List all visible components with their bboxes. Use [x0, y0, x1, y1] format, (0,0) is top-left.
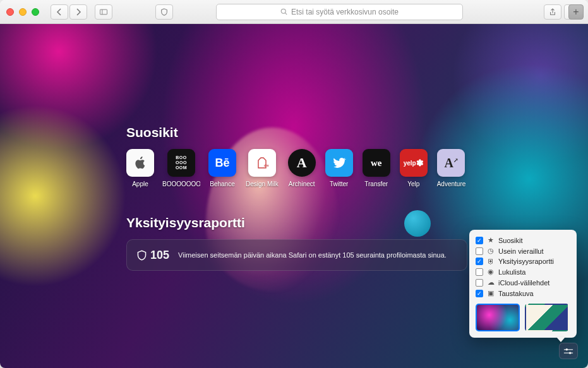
nav-buttons: [51, 4, 87, 20]
image-icon: ▣: [487, 289, 495, 297]
svg-line-3: [285, 13, 287, 15]
option-privacy-report[interactable]: ✓ ⛨ Yksityisyysraportti: [476, 256, 570, 266]
svg-point-8: [566, 348, 568, 351]
option-label: Suosikit: [498, 237, 523, 244]
option-favorites[interactable]: ✓ ★ Suosikit: [476, 235, 570, 246]
privacy-report-button[interactable]: [155, 4, 173, 20]
favorite-label: Archinect: [289, 181, 315, 187]
checkbox-icon[interactable]: ✓: [476, 258, 483, 265]
checkbox-icon[interactable]: [476, 279, 483, 287]
favorites-heading: Suosikit: [126, 125, 462, 140]
search-icon: [280, 8, 287, 15]
favorite-label: Twitter: [330, 181, 348, 187]
favorite-label: Adventure: [437, 181, 466, 187]
star-icon: ★: [487, 236, 495, 244]
twitter-icon: [325, 149, 353, 177]
sliders-icon: [563, 348, 573, 355]
glasses-icon: ◉: [487, 268, 495, 276]
yelp-icon: yelp✽: [400, 149, 428, 177]
behance-icon: Bē: [208, 149, 236, 177]
svg-point-10: [569, 352, 572, 354]
favorites-row: Apple BOOOOOOOM BOOOOOOOM Bē Behance dm …: [126, 149, 462, 187]
forward-button[interactable]: [69, 4, 87, 20]
customize-panel: ✓ ★ Suosikit ◷ Usein vieraillut ✓ ⛨ Yksi…: [469, 230, 577, 338]
new-tab-button[interactable]: +: [568, 4, 584, 20]
svg-text:dm: dm: [264, 163, 269, 167]
share-button[interactable]: [544, 4, 561, 20]
minimize-window-button[interactable]: [19, 8, 27, 16]
background-thumb-2[interactable]: [525, 304, 569, 331]
traffic-lights: [6, 8, 39, 16]
favorite-adventure[interactable]: A↗ Adventure: [437, 149, 466, 187]
checkbox-icon[interactable]: [476, 268, 483, 276]
favorite-archinect[interactable]: A Archinect: [288, 149, 316, 187]
background-thumbnails: [476, 304, 570, 331]
favorite-label: Transfer: [364, 181, 388, 187]
address-placeholder: Etsi tai syötä verkkosivun osoite: [291, 8, 399, 16]
cloud-icon: ☁: [487, 278, 495, 287]
privacy-count-group: 105: [137, 249, 169, 262]
favorite-label: Apple: [132, 181, 148, 187]
apple-icon: [126, 149, 154, 177]
favorite-behance[interactable]: Bē Behance: [208, 149, 236, 187]
favorite-label: Yelp: [407, 181, 419, 187]
boooooom-icon: BOOOOOOOM: [167, 149, 195, 177]
viewport: Suosikit Apple BOOOOOOOM BOOOOOOOM Bē Be…: [0, 24, 588, 368]
favorite-label: Design Milk: [246, 181, 279, 187]
favorite-twitter[interactable]: Twitter: [325, 149, 353, 187]
option-label: Yksityisyysraportti: [498, 258, 554, 265]
option-label: Taustakuva: [498, 290, 534, 297]
option-reading-list[interactable]: ◉ Lukulista: [476, 266, 570, 277]
shield-icon: ⛨: [487, 258, 495, 265]
designmilk-icon: dm: [248, 149, 276, 177]
option-frequently-visited[interactable]: ◷ Usein vieraillut: [476, 246, 570, 256]
svg-rect-0: [100, 9, 107, 15]
favorite-yelp[interactable]: yelp✽ Yelp: [400, 149, 428, 187]
titlebar: Etsi tai syötä verkkosivun osoite: [0, 0, 588, 24]
clock-icon: ◷: [487, 247, 495, 255]
checkbox-icon[interactable]: ✓: [476, 237, 483, 244]
archinect-icon: A: [288, 149, 316, 177]
favorite-wetransfer[interactable]: we Transfer: [363, 149, 390, 187]
svg-point-2: [281, 9, 285, 13]
option-label: Lukulista: [498, 268, 525, 276]
option-background[interactable]: ✓ ▣ Taustakuva: [476, 288, 570, 299]
favorite-designmilk[interactable]: dm Design Milk: [246, 149, 279, 187]
background-thumb-1[interactable]: [476, 304, 520, 331]
favorite-boooooom[interactable]: BOOOOOOOM BOOOOOOOM: [164, 149, 199, 187]
favorite-label: Behance: [210, 181, 234, 187]
zoom-window-button[interactable]: [32, 8, 39, 16]
adventure-icon: A↗: [437, 149, 465, 177]
sidebar-toggle-button[interactable]: [95, 4, 112, 20]
privacy-text: Viimeisen seitsemän päivän aikana Safari…: [178, 251, 447, 259]
checkbox-icon[interactable]: ✓: [476, 290, 483, 297]
privacy-count: 105: [150, 249, 169, 262]
address-bar[interactable]: Etsi tai syötä verkkosivun osoite: [216, 4, 463, 20]
favorite-label: BOOOOOOOM: [162, 181, 200, 187]
shield-icon: [137, 250, 147, 261]
back-button[interactable]: [51, 4, 68, 20]
safari-window: Etsi tai syötä verkkosivun osoite + Suos…: [0, 0, 588, 368]
panel-arrow: [556, 337, 565, 342]
privacy-report-card[interactable]: 105 Viimeisen seitsemän päivän aikana Sa…: [126, 239, 467, 271]
option-label: Usein vieraillut: [498, 247, 544, 255]
privacy-heading: Yksityisyysraportti: [126, 215, 462, 230]
close-window-button[interactable]: [6, 8, 14, 16]
customize-start-page-button[interactable]: [559, 343, 578, 359]
checkbox-icon[interactable]: [476, 247, 483, 255]
wetransfer-icon: we: [363, 149, 390, 177]
option-icloud-tabs[interactable]: ☁ iCloud-välilehdet: [476, 277, 570, 288]
option-label: iCloud-välilehdet: [498, 279, 549, 287]
favorite-apple[interactable]: Apple: [126, 149, 154, 187]
